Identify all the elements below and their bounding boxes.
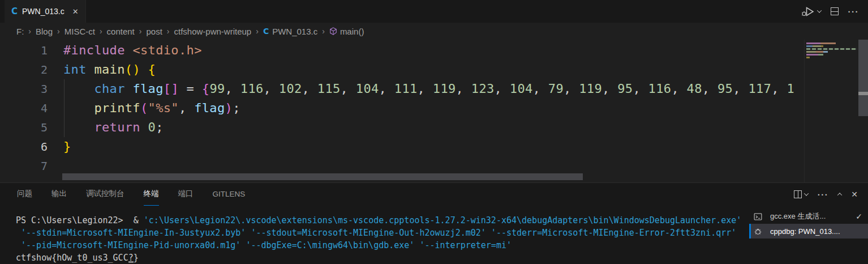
- code-token: char: [94, 82, 124, 96]
- breadcrumb-separator: ›: [100, 27, 102, 36]
- tab-label: PWN_013.c: [22, 7, 65, 16]
- code-token: (): [125, 62, 140, 76]
- code-token: ,: [633, 82, 648, 96]
- terminal-list-item[interactable]: gcc.exe 生成活...✓: [749, 209, 868, 224]
- code-token: ,: [379, 82, 394, 96]
- code-token: printf: [94, 101, 140, 115]
- code-token: 102: [279, 82, 302, 96]
- code-token: [63, 120, 94, 134]
- code-token: ): [225, 101, 233, 115]
- code-token: 111: [394, 82, 418, 96]
- overview-ruler-mark: [858, 92, 868, 95]
- code-token: ,: [771, 82, 787, 96]
- code-token: flag: [194, 101, 225, 115]
- terminal-icon: [754, 212, 762, 221]
- code-token: [87, 62, 94, 76]
- code-token: ,: [733, 82, 748, 96]
- terminal-token: PS C:\Users\Legion22>: [16, 215, 134, 225]
- c-file-icon: C: [263, 27, 269, 36]
- terminal-token: ctfshow{hOw_t0_us3_GCC: [16, 253, 128, 263]
- code-token: 115: [317, 82, 341, 96]
- minimap[interactable]: [804, 40, 858, 182]
- breadcrumb-separator: ›: [256, 27, 259, 36]
- code-token: ,: [671, 82, 686, 96]
- horizontal-scrollbar[interactable]: [62, 173, 583, 180]
- terminal-output[interactable]: PS C:\Users\Legion22> & 'c:\Users\Legion…: [0, 206, 749, 264]
- maximize-panel-button[interactable]: [838, 193, 841, 196]
- code-token: ,: [495, 82, 510, 96]
- line-number: 1: [0, 41, 48, 60]
- run-debug-button[interactable]: [801, 6, 821, 17]
- code-token: [63, 101, 94, 115]
- vertical-scrollbar[interactable]: [858, 40, 868, 116]
- code-token: {: [202, 82, 210, 96]
- panel-tab-端口[interactable]: 端口: [178, 183, 194, 206]
- code-token: ,: [564, 82, 579, 96]
- breadcrumb-item-blog[interactable]: Blog: [36, 27, 53, 36]
- chevron-down-icon[interactable]: [817, 8, 821, 12]
- terminal-line: '--pid=Microsoft-MIEngine-Pid-unorxa0d.m…: [16, 239, 749, 252]
- breadcrumb-item-misc-ct[interactable]: MISC-ct: [65, 27, 95, 36]
- breadcrumb-item-post[interactable]: post: [146, 27, 162, 36]
- split-terminal-button[interactable]: [794, 190, 808, 198]
- breadcrumb-label: main(): [340, 27, 364, 36]
- breadcrumb-item-content[interactable]: content: [107, 27, 135, 36]
- breadcrumb-item-ctfshow-pwn-writeup[interactable]: ctfshow-pwn-writeup: [174, 27, 251, 36]
- breadcrumb-item-pwn-013-c[interactable]: CPWN_013.c: [263, 27, 317, 36]
- breadcrumb-separator: ›: [139, 27, 142, 36]
- panel-actions: ··· ✕: [794, 183, 858, 206]
- code-token: ,: [456, 82, 471, 96]
- panel-tab-gitlens[interactable]: GITLENS: [213, 183, 246, 206]
- breadcrumb-label: PWN_013.c: [272, 27, 317, 36]
- code-token: }: [63, 139, 71, 154]
- split-editor-button[interactable]: [831, 7, 839, 15]
- breadcrumb-item-f-[interactable]: F:: [16, 27, 24, 36]
- tab-pwn013c[interactable]: C PWN_013.c ✕: [5, 0, 86, 23]
- code-token: int: [63, 62, 87, 76]
- terminal-list-item[interactable]: cppdbg: PWN_013....: [749, 224, 868, 239]
- check-icon: ✓: [856, 212, 862, 221]
- breadcrumb-item-main-[interactable]: main(): [329, 27, 364, 36]
- split-terminal-icon: [794, 190, 802, 198]
- code-token: ,: [225, 82, 240, 96]
- panel-more-button[interactable]: ···: [818, 190, 829, 199]
- close-panel-button[interactable]: ✕: [851, 190, 858, 199]
- terminal-line: PS C:\Users\Legion22> & 'c:\Users\Legion…: [16, 214, 749, 227]
- code-token: 79: [548, 82, 564, 96]
- chevron-up-icon: [837, 193, 842, 197]
- line-number: 6: [0, 137, 48, 156]
- code-token: ,: [341, 82, 356, 96]
- terminal-token: 'c:\Users\Legion22\.vscode\extensions\ms…: [144, 215, 742, 225]
- editor-actions: ···: [801, 0, 860, 23]
- line-number: 2: [0, 60, 48, 79]
- panel-tab-终端[interactable]: 终端: [144, 183, 159, 206]
- code-token: ,: [179, 101, 194, 115]
- line-number: 3: [0, 79, 48, 99]
- chevron-down-icon: [804, 191, 809, 195]
- close-tab-icon[interactable]: ✕: [72, 7, 79, 16]
- breadcrumb-label: F:: [16, 27, 24, 36]
- code-token: ,: [533, 82, 548, 96]
- indent-guide: [64, 79, 65, 137]
- code-token: 117: [748, 82, 771, 96]
- code-token: 95: [717, 82, 733, 96]
- editor-tab-bar: C PWN_013.c ✕ ···: [0, 0, 868, 23]
- code-token: 95: [617, 82, 633, 96]
- panel-tab-输出[interactable]: 输出: [51, 183, 67, 206]
- panel-tab-问题[interactable]: 问题: [17, 183, 32, 206]
- terminal-token: }: [134, 253, 139, 263]
- code-token: 119: [579, 82, 602, 96]
- panel-tabs: 问题输出调试控制台终端端口GITLENS: [0, 183, 868, 206]
- terminal-list-label: cppdbg: PWN_013....: [770, 227, 840, 236]
- debug-run-icon: [801, 6, 815, 17]
- code-token: return: [94, 120, 140, 134]
- more-actions-button[interactable]: ···: [848, 7, 860, 16]
- panel-tab-调试控制台[interactable]: 调试控制台: [86, 183, 124, 206]
- code-token: 104: [510, 82, 533, 96]
- code-editor[interactable]: 1#include <stdio.h>2int main() {3 char f…: [0, 40, 868, 182]
- line-number: 7: [0, 156, 48, 176]
- symbol-cube-icon: [329, 27, 337, 35]
- breadcrumb-label: MISC-ct: [65, 27, 95, 36]
- code-token: "%s": [148, 101, 179, 115]
- terminal-list-label: gcc.exe 生成活...: [770, 211, 826, 222]
